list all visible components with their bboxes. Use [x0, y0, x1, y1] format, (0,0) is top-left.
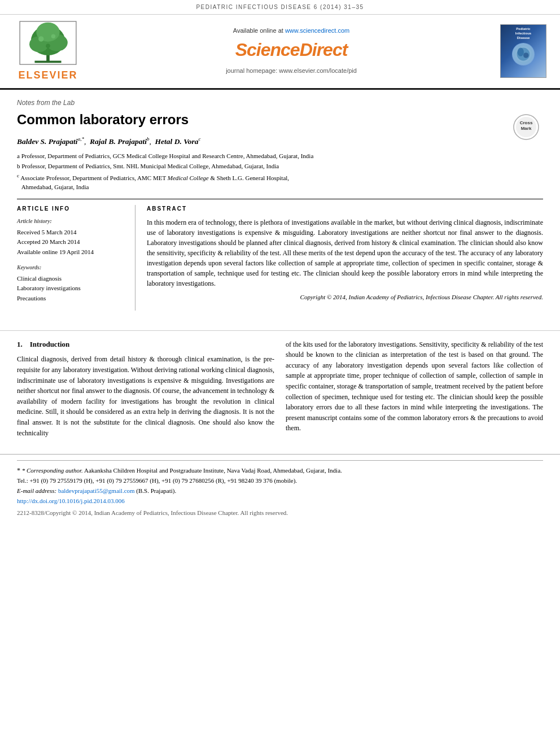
footer-notes: * * Corresponding author. Aakanksha Chil… — [0, 454, 560, 524]
body-right: of the kits used for the laboratory inve… — [286, 339, 543, 443]
copyright-footer: 2212-8328/Copyright © 2014, Indian Acade… — [17, 508, 543, 518]
two-column-section: ARTICLE INFO Article history: Received 5… — [17, 199, 543, 311]
article-content: Notes from the Lab Common laboratory err… — [0, 90, 560, 319]
available-online-text: Available online at www.sciencedirect.co… — [85, 27, 498, 36]
keywords-label: Keywords: — [17, 264, 124, 272]
keyword-1: Clinical diagnosis — [17, 274, 124, 284]
svg-text:Mark: Mark — [521, 126, 532, 131]
keyword-3: Precautions — [17, 294, 124, 304]
crossmark-icon: Cross Mark — [512, 113, 540, 141]
svg-text:Cross: Cross — [520, 120, 533, 125]
affiliation-c: c Associate Professor, Department of Ped… — [17, 172, 543, 192]
email-link[interactable]: baldevprajapati55@gmail.com — [58, 487, 135, 494]
journal-citation: PEDIATRIC INFECTIOUS DISEASE 6 (2014) 31… — [196, 4, 364, 10]
section-divider — [0, 330, 560, 331]
abstract-text: In this modern era of technology, there … — [147, 217, 543, 289]
elsevier-logo: ELSEVIER — [11, 20, 85, 82]
tel-line: Tel.: +91 (0) 79 27559179 (H), +91 (0) 7… — [17, 476, 543, 486]
crossmark-area: Cross Mark — [512, 113, 540, 145]
doi-line: http://dx.doi.org/10.1016/j.pid.2014.03.… — [17, 496, 543, 506]
received-date: Received 5 March 2014 — [17, 228, 124, 238]
elsevier-tree-icon — [17, 20, 79, 65]
affiliation-b: b Professor, Department of Pediatrics, S… — [17, 161, 543, 171]
body-content: 1. Introduction Clinical diagnosis, deri… — [0, 339, 560, 443]
intro-heading: 1. Introduction — [17, 339, 274, 350]
sciencedirect-logo: ScienceDirect — [85, 37, 498, 63]
footnote-marker: * — [17, 466, 20, 474]
footer-divider — [17, 460, 543, 461]
author-1: Baldev S. Prajapati — [17, 137, 78, 145]
journal-homepage: journal homepage: www.elsevier.com/locat… — [85, 67, 498, 76]
keyword-2: Laboratory investigations — [17, 283, 124, 294]
intro-left-paragraph: Clinical diagnosis, derived from detail … — [17, 354, 274, 438]
available-online-date: Available online 19 April 2014 — [17, 247, 124, 257]
svg-rect-1 — [34, 60, 61, 63]
sciencedirect-box: Available online at www.sciencedirect.co… — [85, 21, 498, 81]
corresponding-author: * * Corresponding author. Aakanksha Chil… — [17, 465, 543, 476]
sciencedirect-link[interactable]: www.sciencedirect.com — [285, 27, 349, 34]
intro-right-paragraph: of the kits used for the laboratory inve… — [286, 339, 543, 434]
svg-point-12 — [518, 48, 524, 56]
cover-title: Pediatric Infectious Disease — [515, 27, 531, 40]
article-title: Common laboratory errors — [17, 110, 543, 130]
cover-decoration — [512, 43, 535, 65]
publisher-banner: ELSEVIER Available online at www.science… — [0, 15, 560, 90]
author-3: Hetal D. Vora — [155, 137, 199, 145]
article-info: ARTICLE INFO Article history: Received 5… — [17, 205, 135, 311]
author-3-sup: c — [198, 136, 200, 142]
author-2: Rajal B. Prajapati — [90, 137, 147, 145]
svg-point-8 — [46, 43, 50, 48]
svg-point-7 — [51, 34, 56, 38]
doi-link[interactable]: http://dx.doi.org/10.1016/j.pid.2014.03.… — [17, 497, 125, 504]
svg-point-6 — [38, 36, 43, 41]
article-history: Article history: Received 5 March 2014 A… — [17, 217, 124, 257]
author-2-sup: b — [147, 136, 150, 142]
affiliations: a Professor, Department of Pediatrics, G… — [17, 151, 543, 192]
abstract-copyright: Copyright © 2014, Indian Academy of Pedi… — [147, 293, 543, 302]
journal-cover: Pediatric Infectious Disease — [498, 24, 549, 78]
elsevier-brand-text: ELSEVIER — [18, 68, 77, 82]
abstract-section: ABSTRACT In this modern era of technolog… — [135, 205, 543, 311]
authors-line: Baldev S. Prajapatia,*, Rajal B. Prajapa… — [17, 136, 543, 147]
article-history-label: Article history: — [17, 217, 124, 226]
journal-header: PEDIATRIC INFECTIOUS DISEASE 6 (2014) 31… — [0, 0, 560, 15]
corresponding-label: * Corresponding author. — [22, 467, 83, 474]
email-label: E-mail address: — [17, 487, 56, 494]
title-area: Common laboratory errors Cross Mark — [17, 110, 543, 130]
email-line: E-mail address: baldevprajapati55@gmail.… — [17, 486, 543, 496]
keywords-group: Keywords: Clinical diagnosis Laboratory … — [17, 264, 124, 303]
article-info-heading: ARTICLE INFO — [17, 205, 124, 213]
cover-image: Pediatric Infectious Disease — [500, 24, 546, 78]
svg-point-13 — [523, 53, 529, 59]
affiliation-a: a Professor, Department of Pediatrics, G… — [17, 151, 543, 161]
body-left: 1. Introduction Clinical diagnosis, deri… — [17, 339, 274, 443]
corresponding-text: Aakanksha Children Hospital and Postgrad… — [84, 467, 342, 474]
email-suffix: (B.S. Prajapati). — [136, 487, 176, 494]
accepted-date: Accepted 20 March 2014 — [17, 237, 124, 247]
abstract-heading: ABSTRACT — [147, 205, 543, 213]
author-1-sup: a,* — [78, 136, 84, 142]
section-label: Notes from the Lab — [17, 98, 543, 108]
